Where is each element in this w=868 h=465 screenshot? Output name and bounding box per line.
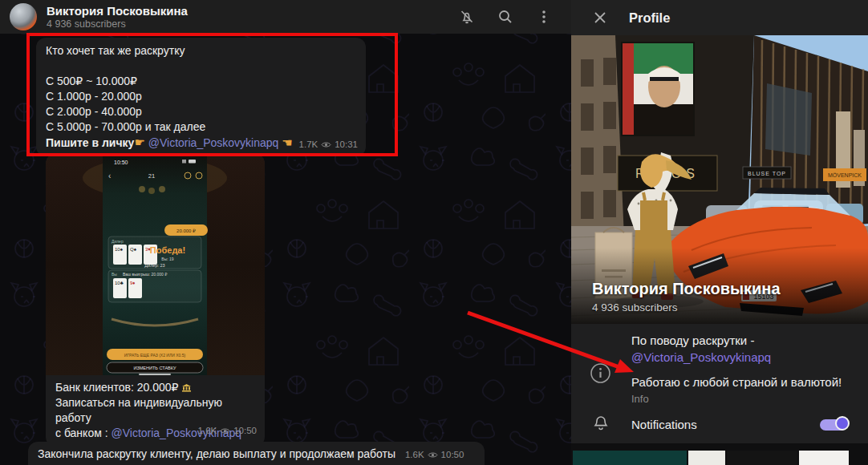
search-icon[interactable] bbox=[496, 7, 515, 26]
menu-kebab-icon[interactable] bbox=[534, 7, 554, 26]
message-payout[interactable]: Закончила раскрутку клиенту, делаю выпла… bbox=[28, 442, 485, 465]
profile-title: Profile bbox=[629, 10, 670, 26]
profile-name: Виктория Посковыкина bbox=[592, 280, 781, 298]
game-title: 21 bbox=[148, 172, 155, 180]
game-back-button[interactable]: ‹ bbox=[108, 172, 111, 180]
msg3-text: Закончила раскрутку клиенту, делаю выпла… bbox=[38, 447, 395, 460]
channel-subscribers: 4 936 subscribers bbox=[47, 18, 188, 30]
msg1-username-link[interactable]: @Victoria_Poskovykinapq bbox=[148, 136, 279, 149]
about-username-link[interactable]: @Victoria_Poskovykinapq bbox=[631, 350, 771, 364]
views-eye-icon bbox=[428, 451, 438, 459]
msg1-price1: С 500₽ ~ 10.000₽ bbox=[46, 74, 356, 89]
views-eye-icon bbox=[220, 427, 230, 435]
about-line2: Работаю с любой страной и валютой! bbox=[631, 375, 842, 389]
blackjack-video-thumbnail[interactable]: 10:50 ‹ 21 20.000 ₽ Дилер 10♠ Q♠ 3♥ bbox=[46, 154, 265, 375]
close-icon[interactable] bbox=[590, 8, 610, 27]
toggle-knob bbox=[835, 416, 850, 431]
svg-text:9♦: 9♦ bbox=[130, 281, 135, 285]
svg-text:10♠: 10♠ bbox=[115, 247, 124, 252]
telegram-window: Виктория Посковыкина 4 936 subscribers bbox=[0, 0, 868, 465]
shared-media-row bbox=[573, 451, 849, 465]
channel-avatar[interactable] bbox=[10, 3, 37, 30]
notifications-bell-icon bbox=[592, 414, 610, 435]
channel-title: Виктория Посковыкина bbox=[47, 4, 188, 18]
svg-text:10♣: 10♣ bbox=[115, 281, 124, 285]
game-balance-pill[interactable]: 20.000 ₽ bbox=[176, 228, 196, 233]
media-thumbnail[interactable] bbox=[799, 451, 849, 465]
msg1-price4: С 5.000р - 70.000р и так далее bbox=[46, 119, 356, 135]
msg2-views: 1.6K bbox=[198, 423, 217, 439]
msg2-caption: Банк клиентов: 20.000₽ Записаться на инд… bbox=[46, 375, 265, 443]
message-promo[interactable]: Кто хочет так же раскрутку С 500₽ ~ 10.0… bbox=[36, 38, 366, 156]
msg2-time: 10:50 bbox=[233, 423, 257, 439]
player-label: Вы bbox=[112, 272, 117, 277]
media-thumbnail[interactable] bbox=[573, 451, 687, 465]
game-result-text: Победа! bbox=[150, 245, 185, 255]
msg3-views: 1.6K bbox=[405, 447, 424, 463]
notifications-toggle[interactable] bbox=[820, 419, 847, 431]
movenpick-sign: MÖVENPICK bbox=[828, 172, 862, 178]
point-left-icon: ☚ bbox=[282, 135, 292, 149]
msg3-footer: 1.6K 10:50 bbox=[405, 447, 464, 463]
msg2-caption1: Банк клиентов: 20.000₽ bbox=[55, 380, 255, 395]
profile-info-section: По поводу раскрутки - @Victoria_Poskovyk… bbox=[571, 324, 868, 443]
msg1-price3: С 2.000р - 40.000р bbox=[46, 104, 356, 119]
player-score: Вы: 19 bbox=[161, 257, 173, 261]
bank-icon bbox=[181, 383, 192, 392]
media-thumbnail[interactable] bbox=[688, 451, 725, 465]
info-label: Info bbox=[631, 393, 649, 405]
dealer-label: Дилер bbox=[112, 239, 124, 244]
media-thumbnail[interactable] bbox=[727, 451, 797, 465]
msg2-caption2: Записаться на индивидуальную работу bbox=[55, 395, 255, 426]
play-again-label: ИГРАТЬ ЕЩЕ РАЗ (X2 ИЛИ X0.5) bbox=[124, 353, 186, 358]
notifications-label: Notifications bbox=[631, 418, 697, 431]
bluse-top-sign: BLUSE TOP bbox=[748, 171, 786, 176]
message-video[interactable]: 10:50 ‹ 21 20.000 ₽ Дилер 10♠ Q♠ 3♥ bbox=[46, 154, 265, 447]
msg1-line1: Кто хочет так же раскрутку bbox=[46, 43, 356, 59]
mute-bell-icon[interactable] bbox=[457, 7, 477, 26]
chat-header: Виктория Посковыкина 4 936 subscribers bbox=[0, 0, 571, 34]
profile-subscribers: 4 936 subscribers bbox=[592, 301, 678, 313]
msg1-price2: С 1.000р - 20.000р bbox=[46, 89, 356, 104]
views-eye-icon bbox=[321, 141, 331, 148]
msg2-footer: 1.6K 10:50 bbox=[198, 423, 257, 439]
svg-text:Q♠: Q♠ bbox=[130, 247, 137, 252]
dealer-score: Дилер: 23 bbox=[144, 263, 164, 268]
change-bet-label: ИЗМЕНИТЬ СТАВКУ bbox=[133, 366, 176, 370]
profile-panel: Profile bbox=[571, 0, 868, 465]
msg1-cta: Пишите в личку bbox=[46, 136, 134, 149]
chat-header-text[interactable]: Виктория Посковыкина 4 936 subscribers bbox=[47, 4, 188, 30]
msg1-views: 1.7K bbox=[299, 137, 318, 152]
msg1-footer: 1.7K 10:31 bbox=[299, 137, 358, 152]
msg3-time: 10:50 bbox=[441, 447, 464, 463]
info-icon bbox=[590, 362, 611, 387]
about-line1: По поводу раскрутки - bbox=[631, 334, 754, 347]
profile-header: Profile bbox=[571, 0, 868, 35]
point-right-icon: ☛ bbox=[134, 135, 144, 149]
win-text: Ваш выигрыш: 20.000 ₽ bbox=[123, 272, 168, 277]
phone-status-time: 10:50 bbox=[114, 160, 128, 165]
msg1-time: 10:31 bbox=[335, 137, 358, 152]
